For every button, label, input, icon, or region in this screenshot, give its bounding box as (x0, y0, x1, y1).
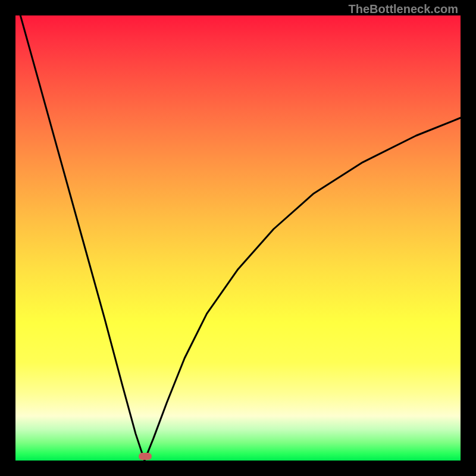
watermark-text: TheBottleneck.com (349, 2, 458, 16)
bottleneck-chart: TheBottleneck.com (0, 0, 476, 476)
chart-marker (139, 453, 152, 460)
chart-curve (0, 0, 476, 476)
